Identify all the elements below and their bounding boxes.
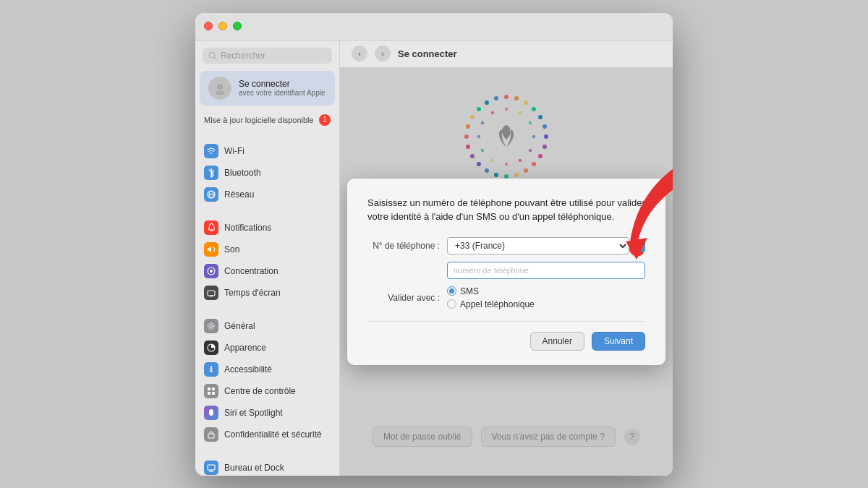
svg-rect-21 bbox=[212, 392, 215, 395]
forward-button[interactable]: › bbox=[375, 46, 391, 61]
bureau-label: Bureau et Dock bbox=[224, 463, 284, 473]
update-label: Mise à jour logicielle disponible bbox=[204, 116, 314, 124]
reseau-label: Réseau bbox=[224, 189, 254, 200]
cancel-button[interactable]: Annuler bbox=[530, 332, 584, 351]
maximize-button[interactable] bbox=[233, 22, 242, 30]
radio-call-dot bbox=[447, 299, 456, 309]
concentration-label: Concentration bbox=[224, 266, 278, 276]
svg-rect-20 bbox=[208, 392, 210, 395]
phone-country-select[interactable]: +33 (France) bbox=[447, 237, 629, 254]
sidebar-item-notifications[interactable]: Notifications bbox=[195, 217, 339, 239]
notifications-label: Notifications bbox=[224, 223, 271, 233]
sidebar-item-reseau[interactable]: Réseau bbox=[195, 184, 339, 205]
radio-call[interactable]: Appel téléphonique bbox=[447, 299, 535, 309]
phone-input-row bbox=[367, 262, 645, 279]
signin-title: Se connecter bbox=[239, 79, 326, 89]
signin-text: Se connecter avec votre identifiant Appl… bbox=[239, 79, 326, 97]
siri-icon bbox=[204, 406, 218, 420]
sidebar-item-general[interactable]: Général bbox=[195, 315, 339, 337]
svg-point-17 bbox=[210, 366, 212, 367]
sidebar: Rechercher Se connecter avec votre ident… bbox=[195, 40, 340, 476]
gear-icon bbox=[204, 319, 218, 333]
phone-verification-modal: Saisissez un numéro de téléphone pouvant… bbox=[347, 179, 665, 365]
sidebar-item-bureau[interactable]: Bureau et Dock bbox=[195, 457, 339, 476]
svg-point-4 bbox=[210, 153, 212, 154]
sidebar-item-siri[interactable]: Siri et Spotlight bbox=[195, 402, 339, 424]
svg-rect-23 bbox=[208, 465, 215, 470]
minimize-button[interactable] bbox=[218, 22, 227, 30]
desktop-icon bbox=[204, 461, 218, 475]
sidebar-item-wifi[interactable]: Wi-Fi bbox=[195, 140, 339, 162]
search-placeholder: Rechercher bbox=[221, 51, 326, 61]
content-title: Se connecter bbox=[398, 48, 457, 59]
appearance-icon bbox=[204, 341, 218, 355]
sidebar-item-bluetooth[interactable]: Bluetooth bbox=[195, 162, 339, 184]
modal-description: Saisissez un numéro de téléphone pouvant… bbox=[367, 196, 645, 224]
content-body: Se connecter avec votre identifiant Appl… bbox=[340, 68, 673, 476]
avatar bbox=[208, 77, 231, 100]
son-label: Son bbox=[224, 244, 239, 254]
validate-label: Valider avec : bbox=[367, 293, 447, 303]
radio-sms[interactable]: SMS bbox=[447, 286, 535, 296]
radio-sms-label: SMS bbox=[460, 286, 479, 296]
focus-icon bbox=[204, 264, 218, 278]
close-button[interactable] bbox=[204, 22, 213, 30]
phone-label: N° de téléphone : bbox=[367, 241, 447, 251]
sidebar-item-signin[interactable]: Se connecter avec votre identifiant Appl… bbox=[200, 71, 335, 106]
sidebar-item-son[interactable]: Son bbox=[195, 239, 339, 260]
traffic-lights bbox=[204, 22, 242, 30]
svg-rect-19 bbox=[212, 388, 215, 390]
content-area: ‹ › Se connecter bbox=[340, 40, 673, 476]
sidebar-item-centre-controle[interactable]: Centre de contrôle bbox=[195, 380, 339, 402]
sidebar-section-general: Général Apparence Accessibilité bbox=[195, 312, 339, 448]
sidebar-item-concentration[interactable]: Concentration bbox=[195, 260, 339, 282]
svg-point-2 bbox=[217, 84, 223, 90]
network-icon bbox=[204, 187, 218, 202]
search-icon bbox=[208, 51, 217, 60]
radio-options: SMS Appel téléphonique bbox=[447, 286, 535, 309]
back-button[interactable]: ‹ bbox=[352, 46, 367, 61]
accessibilite-label: Accessibilité bbox=[224, 364, 272, 374]
control-center-icon bbox=[204, 384, 218, 398]
sidebar-item-temps-ecran[interactable]: Temps d'écran bbox=[195, 282, 339, 304]
svg-point-15 bbox=[210, 325, 213, 328]
search-box[interactable]: Rechercher bbox=[203, 48, 332, 64]
select-arrow-icon: ▲▼ bbox=[632, 239, 645, 252]
phone-number-input[interactable] bbox=[447, 262, 645, 279]
system-preferences-window: Rechercher Se connecter avec votre ident… bbox=[195, 13, 673, 476]
temps-ecran-label: Temps d'écran bbox=[224, 288, 281, 298]
sound-icon bbox=[204, 242, 218, 257]
notifications-icon bbox=[204, 221, 218, 235]
phone-row: N° de téléphone : +33 (France) ▲▼ bbox=[367, 237, 645, 254]
validate-row: Valider avec : SMS Appel téléphonique bbox=[367, 286, 645, 309]
sidebar-item-accessibilite[interactable]: Accessibilité bbox=[195, 359, 339, 380]
svg-rect-18 bbox=[208, 388, 210, 390]
update-badge: 1 bbox=[319, 114, 331, 126]
radio-call-label: Appel téléphonique bbox=[460, 299, 535, 309]
radio-sms-dot bbox=[447, 286, 456, 296]
sidebar-item-apparence[interactable]: Apparence bbox=[195, 337, 339, 359]
svg-point-3 bbox=[216, 90, 224, 95]
svg-rect-22 bbox=[208, 434, 214, 438]
sidebar-item-confidentialite[interactable]: Confidentialité et sécurité bbox=[195, 424, 339, 445]
content-header: ‹ › Se connecter bbox=[340, 40, 673, 68]
signin-subtitle: avec votre identifiant Apple bbox=[239, 89, 326, 97]
svg-point-11 bbox=[210, 270, 213, 273]
sidebar-section-desktop: Bureau et Dock Moniteurs Fond d'écran bbox=[195, 454, 339, 476]
bluetooth-label: Bluetooth bbox=[224, 168, 261, 178]
modal-overlay: Saisissez un numéro de téléphone pouvant… bbox=[340, 68, 673, 476]
update-banner[interactable]: Mise à jour logicielle disponible 1 bbox=[195, 110, 339, 130]
centre-controle-label: Centre de contrôle bbox=[224, 386, 296, 396]
titlebar bbox=[195, 13, 673, 40]
next-button[interactable]: Suivant bbox=[592, 332, 645, 351]
wifi-label: Wi-Fi bbox=[224, 146, 244, 156]
svg-rect-8 bbox=[210, 230, 213, 231]
svg-rect-12 bbox=[208, 291, 215, 296]
modal-divider bbox=[367, 321, 645, 322]
general-label: Général bbox=[224, 321, 255, 331]
svg-line-1 bbox=[214, 57, 216, 59]
screentime-icon bbox=[204, 286, 218, 300]
modal-buttons: Annuler Suivant bbox=[367, 332, 645, 351]
confidentialite-label: Confidentialité et sécurité bbox=[224, 429, 322, 440]
phone-country-group: +33 (France) ▲▼ bbox=[447, 237, 645, 254]
